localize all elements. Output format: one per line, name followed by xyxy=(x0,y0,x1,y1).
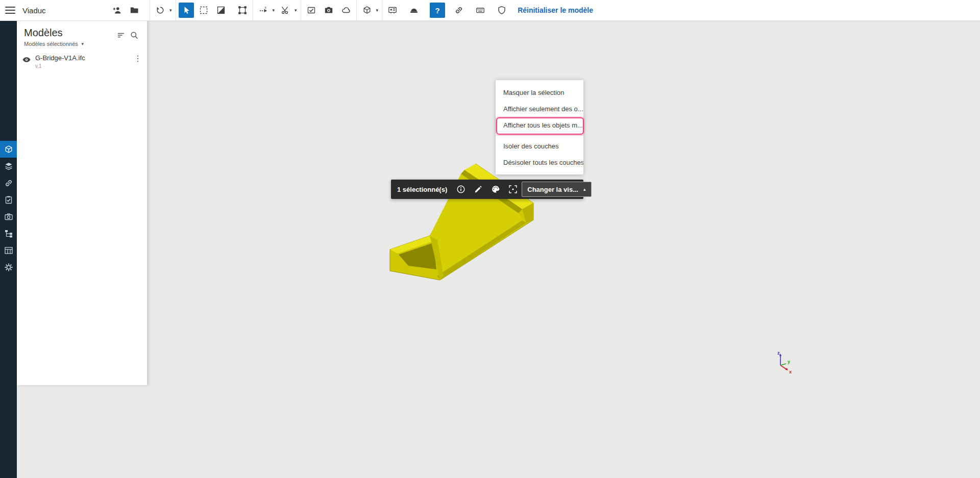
zoom-fit-icon xyxy=(508,185,518,194)
info-icon xyxy=(456,185,465,194)
menu-item-show-only[interactable]: Affichier seulement des o... xyxy=(496,100,583,117)
contrast-select-button[interactable] xyxy=(213,3,229,18)
sort-button[interactable] xyxy=(114,29,128,42)
viewport-3d[interactable]: z x y xyxy=(0,0,980,478)
menu-item-hide-selection[interactable]: Masquer la sélection xyxy=(496,84,583,100)
sidebar-item-todos[interactable] xyxy=(0,191,17,208)
move-tool-button[interactable]: x xyxy=(256,3,271,18)
models-filter-dropdown[interactable]: Modèles sélectionnés ▼ xyxy=(24,41,114,47)
model-girder[interactable] xyxy=(0,0,980,478)
add-person-button[interactable] xyxy=(109,3,125,18)
markup-check-button[interactable] xyxy=(304,3,319,18)
rotate-caret-icon[interactable]: ▾ xyxy=(169,8,172,13)
sidebar-item-layers[interactable] xyxy=(0,158,17,174)
snapshot-button[interactable] xyxy=(321,3,336,18)
contrast-icon xyxy=(216,6,226,15)
brush-icon xyxy=(474,185,483,194)
scissors-icon xyxy=(281,6,290,15)
sidebar-item-tables[interactable] xyxy=(0,242,17,259)
palette-button[interactable] xyxy=(488,182,503,197)
sort-icon xyxy=(116,31,126,40)
share-link-button[interactable] xyxy=(451,3,467,18)
move-x-icon: x xyxy=(259,6,268,15)
sidebar-item-hierarchy[interactable] xyxy=(0,225,17,242)
link-icon xyxy=(4,179,13,188)
reset-model-link[interactable]: Réinitialiser le modèle xyxy=(518,6,593,14)
sidebar-item-links[interactable] xyxy=(0,174,17,191)
eye-icon[interactable] xyxy=(22,55,31,64)
change-visibility-label: Changer la vis... xyxy=(527,186,578,193)
info-button[interactable] xyxy=(453,182,469,197)
pointer-tool-button[interactable] xyxy=(179,3,194,18)
marquee-select-button[interactable] xyxy=(196,3,211,18)
menu-item-unisolate-layers[interactable]: Désisoler touts les couches xyxy=(496,154,583,170)
panel-title: Modèles xyxy=(24,27,114,39)
selection-toolbar: 1 sélectionné(s) Changer la vis... ▴ xyxy=(391,180,583,199)
visibility-context-menu: Masquer la sélection Affichier seulement… xyxy=(496,80,583,174)
axis-y-label: y xyxy=(788,359,790,364)
toolbar-separator xyxy=(356,0,357,20)
markup-check-icon xyxy=(307,6,316,15)
view-cube-button[interactable] xyxy=(359,3,375,18)
presentation-button[interactable] xyxy=(385,3,400,18)
model-version: v.1 xyxy=(35,63,133,69)
sidebar-item-settings[interactable] xyxy=(0,259,17,275)
model-list-item[interactable]: G-Bridge-V1A.ifc v.1 ⋮ xyxy=(17,47,147,69)
selection-count: 1 sélectionné(s) xyxy=(397,186,447,193)
top-bar: Viaduc ▾ xyxy=(0,0,980,21)
frame-select-icon xyxy=(238,6,247,15)
help-button[interactable]: ? xyxy=(430,3,445,18)
toolbar-separator xyxy=(150,0,150,20)
camera-icon xyxy=(4,212,13,221)
toolbar-separator xyxy=(301,0,301,20)
cube-icon xyxy=(4,145,13,154)
move-caret-icon[interactable]: ▾ xyxy=(273,8,275,13)
folder-button[interactable] xyxy=(127,3,142,18)
rotate-tool-button[interactable] xyxy=(153,3,168,18)
chevron-down-icon: ▼ xyxy=(81,42,85,46)
menu-icon[interactable] xyxy=(5,7,15,14)
cloud-icon xyxy=(341,6,351,15)
sidebar-item-views[interactable] xyxy=(0,208,17,225)
point-cloud-button[interactable] xyxy=(338,3,354,18)
search-icon xyxy=(130,31,139,40)
add-person-icon xyxy=(112,6,121,15)
toolbar-separator xyxy=(253,0,253,20)
axis-z-label: z xyxy=(777,350,780,356)
keyboard-icon xyxy=(476,6,485,15)
chevron-up-icon: ▴ xyxy=(583,187,586,192)
axis-x-label: x xyxy=(789,369,792,374)
kebab-menu-icon[interactable]: ⋮ xyxy=(133,54,143,63)
hierarchy-icon xyxy=(4,229,13,238)
cut-caret-icon[interactable]: ▾ xyxy=(295,8,297,13)
keyboard-shortcuts-button[interactable] xyxy=(473,3,488,18)
toolbar-separator xyxy=(176,0,176,20)
privacy-button[interactable] xyxy=(494,3,509,18)
palette-icon xyxy=(491,185,500,194)
cut-tool-button[interactable] xyxy=(278,3,293,18)
brush-button[interactable] xyxy=(471,182,486,197)
change-visibility-button[interactable]: Changer la vis... ▴ xyxy=(522,182,591,197)
clipboard-check-icon xyxy=(4,195,13,205)
zoom-fit-button[interactable] xyxy=(505,182,521,197)
gear-icon xyxy=(4,263,13,272)
layers-icon xyxy=(4,162,13,171)
view-cube-caret-icon[interactable]: ▾ xyxy=(376,8,379,13)
marquee-icon xyxy=(199,6,208,15)
models-filter-label: Modèles sélectionnés xyxy=(24,41,78,47)
project-title: Viaduc xyxy=(22,6,109,15)
search-button[interactable] xyxy=(128,29,141,42)
axis-gizmo: z x y xyxy=(769,349,794,374)
svg-text:x: x xyxy=(264,6,266,9)
models-panel: Modèles Modèles sélectionnés ▼ G-Bridge-… xyxy=(17,20,147,385)
hardhat-icon xyxy=(409,6,419,15)
presentation-icon xyxy=(388,6,397,15)
menu-item-isolate-layers[interactable]: Isoler des couches xyxy=(496,138,583,154)
pointer-icon xyxy=(182,6,191,15)
folder-icon xyxy=(130,6,139,15)
camera-icon xyxy=(324,6,333,15)
frame-select-button[interactable] xyxy=(235,3,250,18)
menu-item-show-all-hidden[interactable]: Afficher tous les objets m... xyxy=(496,117,583,133)
sidebar-item-models[interactable] xyxy=(0,141,17,158)
hardhat-button[interactable] xyxy=(406,3,422,18)
